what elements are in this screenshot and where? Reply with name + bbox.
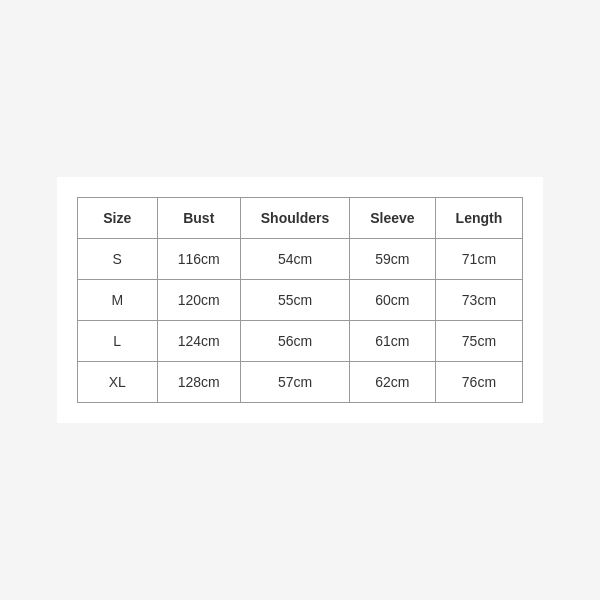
header-size: Size bbox=[77, 198, 157, 239]
cell-row0-col4: 71cm bbox=[435, 239, 523, 280]
cell-row2-col2: 56cm bbox=[240, 321, 349, 362]
size-chart-table: SizeBustShouldersSleeveLength S116cm54cm… bbox=[77, 197, 524, 403]
cell-row0-col3: 59cm bbox=[350, 239, 435, 280]
cell-row1-col1: 120cm bbox=[157, 280, 240, 321]
size-chart-container: SizeBustShouldersSleeveLength S116cm54cm… bbox=[57, 177, 544, 423]
cell-row1-col0: M bbox=[77, 280, 157, 321]
table-row: S116cm54cm59cm71cm bbox=[77, 239, 523, 280]
cell-row3-col4: 76cm bbox=[435, 362, 523, 403]
table-header-row: SizeBustShouldersSleeveLength bbox=[77, 198, 523, 239]
table-row: M120cm55cm60cm73cm bbox=[77, 280, 523, 321]
header-sleeve: Sleeve bbox=[350, 198, 435, 239]
header-bust: Bust bbox=[157, 198, 240, 239]
cell-row0-col1: 116cm bbox=[157, 239, 240, 280]
table-row: XL128cm57cm62cm76cm bbox=[77, 362, 523, 403]
cell-row0-col0: S bbox=[77, 239, 157, 280]
cell-row1-col4: 73cm bbox=[435, 280, 523, 321]
table-row: L124cm56cm61cm75cm bbox=[77, 321, 523, 362]
header-shoulders: Shoulders bbox=[240, 198, 349, 239]
cell-row1-col3: 60cm bbox=[350, 280, 435, 321]
cell-row2-col0: L bbox=[77, 321, 157, 362]
cell-row2-col4: 75cm bbox=[435, 321, 523, 362]
cell-row3-col2: 57cm bbox=[240, 362, 349, 403]
cell-row3-col1: 128cm bbox=[157, 362, 240, 403]
cell-row3-col0: XL bbox=[77, 362, 157, 403]
cell-row0-col2: 54cm bbox=[240, 239, 349, 280]
cell-row3-col3: 62cm bbox=[350, 362, 435, 403]
cell-row2-col1: 124cm bbox=[157, 321, 240, 362]
cell-row2-col3: 61cm bbox=[350, 321, 435, 362]
cell-row1-col2: 55cm bbox=[240, 280, 349, 321]
header-length: Length bbox=[435, 198, 523, 239]
